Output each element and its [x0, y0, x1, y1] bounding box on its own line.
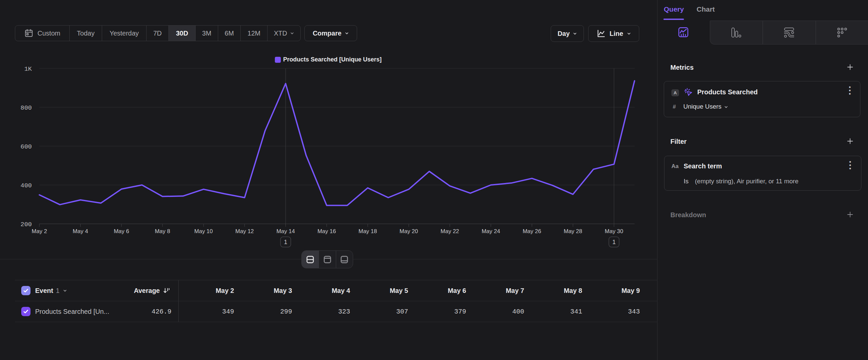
svg-text:400: 400: [21, 182, 32, 189]
svg-text:200: 200: [21, 221, 32, 228]
svg-text:May 28: May 28: [564, 228, 582, 234]
svg-text:600: 600: [21, 143, 32, 150]
svg-text:May 20: May 20: [400, 228, 418, 234]
svg-text:May 2: May 2: [32, 228, 47, 234]
svg-text:May 14: May 14: [277, 228, 295, 234]
svg-text:May 16: May 16: [317, 228, 336, 234]
svg-text:1: 1: [284, 239, 287, 245]
svg-text:May 12: May 12: [236, 228, 254, 234]
svg-text:May 6: May 6: [114, 228, 129, 234]
svg-text:May 8: May 8: [155, 228, 170, 234]
svg-text:1: 1: [612, 239, 616, 245]
svg-text:May 30: May 30: [605, 228, 623, 234]
svg-text:May 18: May 18: [359, 228, 377, 234]
svg-text:May 22: May 22: [441, 228, 459, 234]
svg-text:May 24: May 24: [482, 228, 500, 234]
svg-text:May 26: May 26: [523, 228, 541, 234]
svg-text:May 4: May 4: [72, 228, 88, 234]
svg-text:800: 800: [21, 104, 32, 112]
svg-text:May 10: May 10: [194, 228, 213, 234]
svg-text:1K: 1K: [24, 65, 32, 73]
